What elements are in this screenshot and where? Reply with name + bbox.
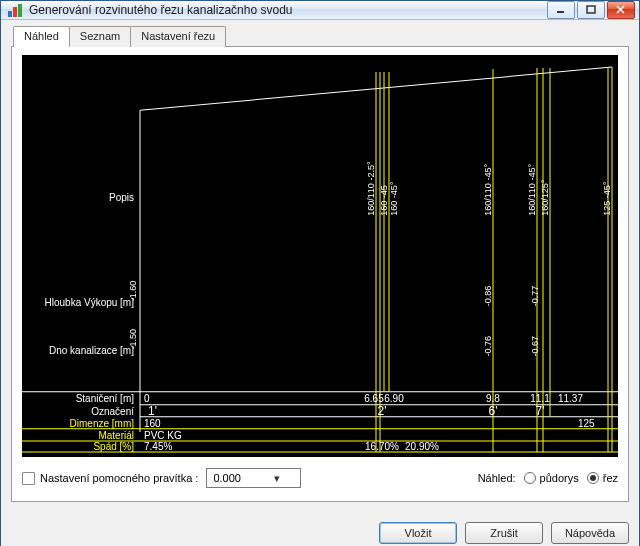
- cancel-button-label: Zrušit: [490, 527, 518, 539]
- dialog-buttons: Vložit Zrušit Nápověda: [1, 512, 639, 546]
- app-icon: [7, 2, 23, 18]
- help-button-label: Nápověda: [565, 527, 615, 539]
- val-ozn-1: 1': [148, 404, 157, 418]
- val-material: PVC KG: [144, 430, 182, 441]
- label-staniceni: Staničení [m]: [76, 393, 135, 404]
- ruler-value: 0.000: [207, 472, 254, 484]
- val-dno-6: -0.76: [483, 336, 493, 357]
- radio-dot: [587, 472, 599, 484]
- val-stan-6: 9.8: [486, 393, 500, 404]
- val-spad-2: 16.70%: [365, 441, 399, 452]
- svg-rect-1: [13, 7, 17, 17]
- radio-section-label: řez: [603, 472, 618, 484]
- ruler-checkbox[interactable]: Nastavení pomocného pravítka :: [22, 472, 198, 485]
- val-hloubka-6: -0.86: [483, 286, 493, 307]
- val-stan-2a: 6.65: [364, 393, 384, 404]
- tab-list[interactable]: Seznam: [69, 26, 131, 47]
- svg-rect-2: [18, 4, 22, 17]
- insert-button-label: Vložit: [405, 527, 432, 539]
- popis-8: 125 -45°: [602, 181, 612, 216]
- radio-dot: [524, 472, 536, 484]
- label-dno: Dno kanalizace [m]: [49, 345, 134, 356]
- label-material: Materiál: [98, 430, 134, 441]
- insert-button[interactable]: Vložit: [379, 522, 457, 544]
- client-area: Náhled Seznam Nastavení řezu: [1, 20, 639, 512]
- tab-preview-label: Náhled: [24, 30, 59, 42]
- popis-2b: 160 -45: [379, 185, 389, 216]
- val-hloubka-0: -1.60: [128, 281, 138, 302]
- label-oznaceni: Označení: [91, 406, 134, 417]
- label-spad: Spád [%]: [93, 441, 134, 452]
- app-window: Generování rozvinutého řezu kanalizačnho…: [0, 0, 640, 546]
- popis-2c: 160 -45°: [389, 181, 399, 216]
- radio-plan[interactable]: půdorys: [524, 472, 579, 484]
- val-stan-2b: 6.90: [384, 393, 404, 404]
- radio-section[interactable]: řez: [587, 472, 618, 484]
- cancel-button[interactable]: Zrušit: [465, 522, 543, 544]
- tab-section-settings-label: Nastavení řezu: [141, 30, 215, 42]
- section-preview[interactable]: Popis Hloubka Výkopu [m] Dno kanalizace …: [22, 55, 618, 457]
- popis-7a: 160/110 -45°: [527, 164, 537, 216]
- tab-section-settings[interactable]: Nastavení řezu: [130, 26, 226, 47]
- val-spad-3: 20.90%: [405, 441, 439, 452]
- val-ozn-2: 2': [378, 404, 387, 418]
- val-spad-1: 7.45%: [144, 441, 172, 452]
- label-dimenze: Dimenze [mm]: [70, 418, 135, 429]
- val-stan-8: 11.37: [558, 393, 583, 404]
- ruler-value-combo[interactable]: 0.000 ▾: [206, 468, 301, 488]
- window-title: Generování rozvinutého řezu kanalizačnho…: [29, 3, 547, 17]
- val-dno-0: -1.50: [128, 329, 138, 350]
- val-hloubka-7: -0.77: [530, 286, 540, 307]
- tab-preview[interactable]: Náhled: [13, 26, 70, 47]
- val-stan-7: 11.1: [530, 393, 550, 404]
- radio-plan-label: půdorys: [540, 472, 579, 484]
- maximize-button[interactable]: [577, 1, 605, 19]
- label-popis: Popis: [109, 192, 134, 203]
- val-ozn-6: 6': [489, 404, 498, 418]
- svg-rect-4: [587, 6, 595, 13]
- window-controls: [547, 1, 635, 19]
- val-stan-0: 0: [144, 393, 150, 404]
- tab-list-label: Seznam: [80, 30, 120, 42]
- ruler-checkbox-label: Nastavení pomocného pravítka :: [40, 472, 198, 484]
- titlebar: Generování rozvinutého řezu kanalizačnho…: [1, 1, 639, 20]
- popis-2a: 160/110 -2.5°: [366, 161, 376, 216]
- checkbox-box: [22, 472, 35, 485]
- popis-6: 160/110 -45°: [483, 164, 493, 216]
- label-hloubka: Hloubka Výkopu [m]: [45, 297, 135, 308]
- options-row: Nastavení pomocného pravítka : 0.000 ▾ N…: [22, 467, 618, 489]
- close-button[interactable]: [607, 1, 635, 19]
- minimize-button[interactable]: [547, 1, 575, 19]
- val-dno-7: -0.67: [530, 336, 540, 357]
- svg-rect-0: [8, 11, 12, 17]
- val-dim-1: 160: [144, 418, 161, 429]
- val-dim-8: 125: [578, 418, 595, 429]
- tab-panel-preview: Popis Hloubka Výkopu [m] Dno kanalizace …: [11, 46, 629, 502]
- popis-7b: 160/125°: [540, 179, 550, 216]
- tabstrip: Náhled Seznam Nastavení řezu: [11, 26, 629, 47]
- preview-mode-label: Náhled:: [478, 472, 516, 484]
- val-ozn-7: 7': [536, 404, 545, 418]
- chevron-down-icon: ▾: [254, 469, 301, 487]
- help-button[interactable]: Nápověda: [551, 522, 629, 544]
